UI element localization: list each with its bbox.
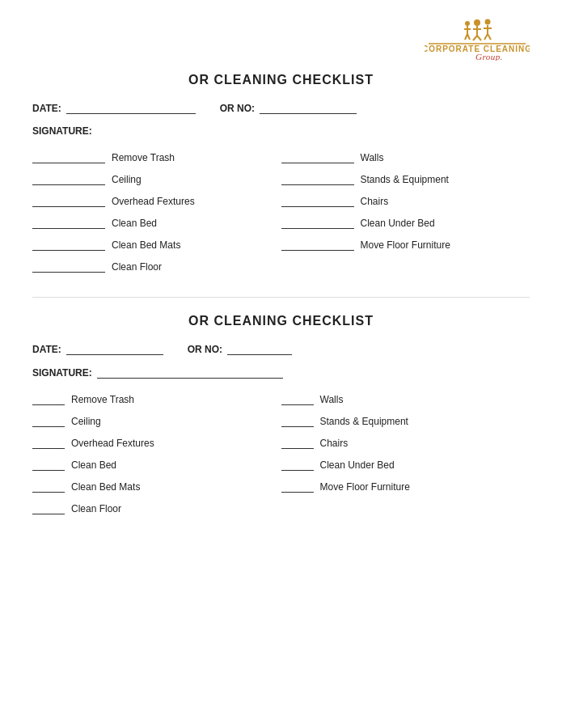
svg-line-9 [488, 34, 491, 40]
logo-area: CORPORATE CLEANING Group. [32, 16, 530, 63]
section1: OR CLEANING CHECKLIST DATE: OR NO: SIGNA… [32, 73, 530, 273]
check-label: Walls [320, 394, 344, 405]
section2-signature-input[interactable] [97, 366, 283, 379]
check-label: Ceiling [71, 416, 101, 427]
s2-check-stands[interactable] [281, 415, 314, 427]
logo-svg: CORPORATE CLEANING Group. [425, 16, 530, 61]
svg-point-10 [465, 21, 470, 26]
check-label: Clean Floor [71, 503, 121, 514]
svg-line-4 [477, 36, 481, 40]
checklist-item: Clean Bed [32, 217, 281, 229]
section1-date-input[interactable] [66, 102, 196, 114]
check-line-clean-bed[interactable] [32, 217, 105, 229]
section1-title: OR CLEANING CHECKLIST [32, 73, 530, 87]
s2-check-under-bed[interactable] [281, 459, 314, 471]
s2-check-walls[interactable] [281, 393, 314, 405]
checklist-item: Walls [281, 151, 530, 163]
checklist-item: Remove Trash [32, 393, 281, 405]
section2-left-col: Remove Trash Ceiling Overhead Fextures C… [32, 393, 281, 514]
checklist-item: Ceiling [32, 415, 281, 427]
check-label: Stands & Equipment [361, 174, 449, 185]
check-line-bed-mats[interactable] [32, 239, 105, 251]
section2-signature-row: SIGNATURE: [32, 366, 530, 379]
check-label: Clean Floor [112, 261, 162, 273]
check-line-under-bed[interactable] [281, 217, 354, 229]
check-line-stands[interactable] [281, 173, 354, 185]
checklist-item: Clean Under Bed [281, 459, 530, 471]
checklist-item: Overhead Fextures [32, 437, 281, 449]
section1-checklist: Remove Trash Ceiling Overhead Fextures C… [32, 151, 530, 273]
checklist-item: Clean Floor [32, 502, 281, 514]
check-line-walls[interactable] [281, 151, 354, 163]
section2-checklist: Remove Trash Ceiling Overhead Fextures C… [32, 393, 530, 514]
check-line-remove-trash[interactable] [32, 151, 105, 163]
checklist-item: Clean Bed Mats [32, 239, 281, 251]
section2-orno-input[interactable] [227, 343, 292, 355]
check-line-clean-floor[interactable] [32, 260, 105, 273]
check-label: Move Floor Furniture [361, 239, 450, 251]
s2-check-chairs[interactable] [281, 437, 314, 449]
section1-date-row: DATE: OR NO: [32, 102, 530, 114]
section1-right-col: Walls Stands & Equipment Chairs Clean Un… [281, 151, 530, 273]
s2-check-overhead[interactable] [32, 437, 65, 449]
check-label: Move Floor Furniture [320, 481, 410, 493]
checklist-item: Chairs [281, 195, 530, 207]
check-label: Chairs [361, 196, 389, 207]
svg-text:Group.: Group. [475, 52, 503, 61]
check-label: Chairs [320, 438, 349, 449]
checklist-item: Move Floor Furniture [281, 239, 530, 251]
svg-point-5 [485, 19, 491, 25]
logo-container: CORPORATE CLEANING Group. [425, 16, 530, 63]
check-line-overhead[interactable] [32, 195, 105, 207]
check-line-chairs[interactable] [281, 195, 354, 207]
check-label: Overhead Fextures [71, 438, 154, 449]
checklist-item: Move Floor Furniture [281, 480, 530, 493]
checklist-item: Clean Bed [32, 459, 281, 471]
section2-signature-label: SIGNATURE: [32, 367, 92, 379]
section1-orno-label: OR NO: [220, 103, 255, 114]
checklist-item: Clean Floor [32, 260, 281, 273]
section-divider [32, 297, 530, 298]
section1-left-col: Remove Trash Ceiling Overhead Fextures C… [32, 151, 281, 273]
s2-check-remove-trash[interactable] [32, 393, 65, 405]
section1-orno-input[interactable] [260, 102, 357, 114]
s2-check-move-furniture[interactable] [281, 480, 314, 493]
section1-date-label: DATE: [32, 103, 61, 114]
section2: OR CLEANING CHECKLIST DATE: OR NO: SIGNA… [32, 314, 530, 514]
section2-orno-label: OR NO: [188, 344, 222, 355]
svg-point-0 [474, 19, 480, 26]
check-label: Remove Trash [71, 394, 134, 405]
section2-orno-field: OR NO: [188, 343, 292, 355]
check-line-ceiling[interactable] [32, 173, 105, 185]
check-label: Clean Under Bed [361, 218, 435, 229]
check-line-move-furniture[interactable] [281, 239, 354, 251]
checklist-item: Stands & Equipment [281, 173, 530, 185]
check-label: Remove Trash [112, 152, 175, 163]
checklist-item: Overhead Fextures [32, 195, 281, 207]
s2-check-bed-mats[interactable] [32, 480, 65, 493]
section2-title: OR CLEANING CHECKLIST [32, 314, 530, 328]
section2-date-label: DATE: [32, 344, 61, 355]
section1-signature-label: SIGNATURE: [32, 125, 92, 137]
checklist-item: Remove Trash [32, 151, 281, 163]
s2-check-ceiling[interactable] [32, 415, 65, 427]
check-label: Walls [361, 152, 384, 163]
checklist-item: Clean Under Bed [281, 217, 530, 229]
check-label: Clean Bed [71, 459, 116, 471]
section1-date-field: DATE: [32, 102, 196, 114]
check-label: Stands & Equipment [320, 416, 408, 427]
section1-orno-field: OR NO: [220, 102, 357, 114]
checklist-item: Chairs [281, 437, 530, 449]
s2-check-clean-bed[interactable] [32, 459, 65, 471]
checklist-item: Stands & Equipment [281, 415, 530, 427]
check-label: Clean Bed [112, 218, 157, 229]
s2-check-clean-floor[interactable] [32, 502, 65, 514]
section2-date-input[interactable] [66, 343, 163, 355]
checklist-item: Walls [281, 393, 530, 405]
check-label: Ceiling [112, 174, 142, 185]
section2-date-field: DATE: [32, 343, 163, 355]
svg-line-8 [484, 34, 488, 40]
check-label: Clean Under Bed [320, 459, 395, 471]
check-label: Clean Bed Mats [112, 239, 180, 251]
checklist-item: Ceiling [32, 173, 281, 185]
